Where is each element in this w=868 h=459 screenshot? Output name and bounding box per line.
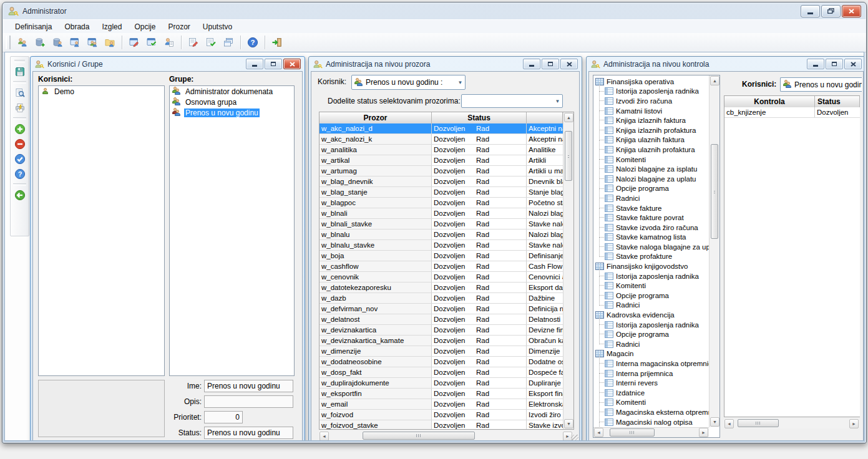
tree-item[interactable]: Stavke izvoda žiro računa: [593, 223, 709, 233]
table-row[interactable]: w_artumag DozvoljenRad Artikli u mag: [319, 166, 563, 176]
menu-item[interactable]: Izgled: [95, 21, 128, 32]
scrollbar-thumb[interactable]: [738, 419, 779, 427]
table-row[interactable]: w_duplirajdokumente DozvoljenRad Duplira…: [319, 378, 563, 389]
prioritet-field[interactable]: 0: [204, 411, 243, 423]
window2-minimize-button[interactable]: [523, 59, 540, 69]
scroll-down-icon[interactable]: [564, 419, 573, 428]
main-titlebar[interactable]: Administrator: [2, 2, 866, 19]
tree-item[interactable]: Kamatni listovi: [593, 106, 709, 116]
tree-item[interactable]: Finansijsko knjigovodstvo: [593, 261, 709, 271]
scrollbar-thumb[interactable]: [565, 131, 572, 181]
table-row[interactable]: w_akc_nalozi_k DozvoljenRad Akceptni nal: [319, 134, 563, 145]
menu-item[interactable]: Prozor: [162, 21, 196, 32]
scroll-up-icon[interactable]: [710, 76, 719, 85]
table-row[interactable]: w_blag_dnevnik DozvoljenRad Dnevnik blag: [319, 176, 563, 187]
window3-close-button[interactable]: [844, 59, 862, 69]
back-icon[interactable]: [13, 189, 27, 201]
tree-item[interactable]: Finansijska operativa: [593, 77, 709, 87]
menu-item[interactable]: Opcije: [128, 21, 162, 32]
table-row[interactable]: cb_knjizenje Dozvoljen: [724, 107, 860, 118]
side-toolbar-grip[interactable]: [14, 60, 25, 63]
table-row[interactable]: w_dimenzije DozvoljenRad Dimenzije: [319, 346, 563, 357]
tree-item[interactable]: Istorija zaposlenja radnika: [593, 271, 709, 281]
tree-item[interactable]: Knjiga izlaznih profaktura: [593, 125, 709, 135]
table-row[interactable]: w_blnali DozvoljenRad Nalozi blagaj: [319, 208, 563, 219]
prozori-horizontal-scrollbar[interactable]: [319, 431, 573, 441]
column-header-status[interactable]: Status: [815, 96, 860, 107]
scrollbar-thumb[interactable]: [363, 432, 475, 440]
table-row[interactable]: w_blag_stanje DozvoljenRad Stanje blaga: [319, 187, 563, 198]
tree-item[interactable]: Stavke profakture: [593, 252, 709, 262]
table-row[interactable]: w_cenovnik DozvoljenRad Cenovnici ar: [319, 272, 563, 283]
scroll-left-icon[interactable]: [594, 428, 603, 437]
tree-horizontal-scrollbar[interactable]: [593, 427, 709, 437]
tree-item[interactable]: Knjiga izlaznih faktura: [593, 115, 709, 125]
scrollbar-thumb[interactable]: [610, 428, 655, 437]
toolbar-grip[interactable]: [6, 36, 11, 49]
table-row[interactable]: w_cashflow DozvoljenRad Cash Flow: [319, 261, 563, 272]
korisnik-combobox[interactable]: Prenos u novu godinu :: [780, 77, 862, 92]
minimize-button[interactable]: [801, 5, 820, 17]
table-row[interactable]: w_boja DozvoljenRad Definisanje b: [319, 251, 563, 261]
users-icon[interactable]: [14, 35, 31, 51]
cascade-windows-icon[interactable]: [220, 35, 237, 51]
tree-item[interactable]: Istorija zaposlenja radnika: [593, 320, 709, 330]
tree-item[interactable]: Stavke naloga blagajne za upl: [593, 242, 709, 252]
scrollbar-thumb[interactable]: [711, 144, 718, 239]
table-row[interactable]: w_foizvod_stavke DozvoljenRad Stavke izv…: [319, 420, 563, 429]
add-icon[interactable]: [13, 123, 27, 135]
table-row[interactable]: w_blagpoc DozvoljenRad Početno sta: [319, 198, 563, 208]
scroll-right-icon[interactable]: [849, 419, 859, 428]
table-row[interactable]: w_blnalu_stavke DozvoljenRad Stavke nalo…: [319, 240, 563, 251]
window2-maximize-button[interactable]: [542, 59, 559, 69]
table-row[interactable]: w_dazb DozvoljenRad Dažbine: [319, 293, 563, 304]
tree-item[interactable]: Opcije programa: [593, 329, 709, 339]
menu-item[interactable]: Definisanja: [9, 21, 58, 32]
tree-item[interactable]: Istorija zaposlenja radnika: [593, 87, 709, 97]
scroll-left-icon[interactable]: [724, 419, 734, 428]
page-check-icon[interactable]: [203, 35, 219, 51]
tree-vertical-scrollbar[interactable]: [709, 75, 719, 427]
tree-item[interactable]: Radnici: [593, 301, 709, 311]
save-icon[interactable]: [13, 65, 27, 78]
window1-minimize-button[interactable]: [246, 59, 263, 69]
exit-icon[interactable]: [269, 35, 285, 51]
window3-minimize-button[interactable]: [807, 59, 824, 69]
tree-item[interactable]: Magacinska eksterna otpremni: [593, 407, 709, 417]
user-page-icon[interactable]: [161, 35, 177, 51]
table-row[interactable]: w_delatnost DozvoljenRad Delatnosti: [319, 314, 563, 325]
help-circle-icon[interactable]: ?: [13, 168, 27, 180]
tree-item[interactable]: Knjiga ulaznih profaktura: [593, 145, 709, 155]
tree-item[interactable]: Komitenti: [593, 155, 709, 165]
assign-status-combobox[interactable]: [461, 94, 563, 108]
korisnik-combobox[interactable]: Prenos u novu godinu :: [351, 75, 466, 90]
column-header-status[interactable]: Status: [432, 112, 527, 123]
help-icon[interactable]: ?: [245, 35, 261, 51]
menu-item[interactable]: Uputstvo: [197, 21, 238, 32]
table-row[interactable]: w_datotekezaporesku DozvoljenRad Eksport…: [319, 283, 563, 293]
scroll-down-icon[interactable]: [710, 417, 719, 427]
table-row[interactable]: w_dodatneosobine DozvoljenRad Dodatne os…: [319, 357, 563, 367]
database-user-icon[interactable]: [49, 35, 66, 51]
restore-button[interactable]: [821, 5, 841, 17]
table-row[interactable]: w_defvirman_nov DozvoljenRad Definicija …: [319, 304, 563, 314]
table-row[interactable]: w_dosp_fakt DozvoljenRad Dospeće fak: [319, 367, 563, 378]
menu-item[interactable]: Obrada: [58, 21, 95, 32]
tree-item[interactable]: Interna prijemnica: [593, 369, 709, 379]
print-icon[interactable]: [13, 102, 27, 114]
window-user-icon[interactable]: [67, 35, 83, 51]
table-row[interactable]: w_akc_nalozi_d DozvoljenRad Akceptni nal: [319, 123, 563, 134]
tree-item[interactable]: Nalozi blagajne za isplatu: [593, 164, 709, 174]
tree-item[interactable]: Nalozi blagajne za uplatu: [593, 174, 709, 184]
window-check-icon[interactable]: [144, 35, 160, 51]
grupe-list-item[interactable]: Osnovna grupa: [170, 97, 294, 107]
table-row[interactable]: w_deviznakartica_kamate DozvoljenRad Obr…: [319, 336, 563, 346]
grupe-list-item[interactable]: Administrator dokumenata: [170, 86, 294, 97]
scroll-right-icon[interactable]: [699, 428, 708, 437]
korisnici-list-item[interactable]: Demo: [39, 86, 164, 97]
table-row[interactable]: w_foizvod DozvoljenRad Izvodi žiro ra: [319, 410, 563, 420]
tree-item[interactable]: Magacin: [593, 349, 709, 359]
database-add-icon[interactable]: [32, 35, 48, 51]
column-header-kontrola[interactable]: Kontrola: [724, 96, 815, 107]
table-row[interactable]: w_artikal DozvoljenRad Artikli: [319, 155, 563, 166]
